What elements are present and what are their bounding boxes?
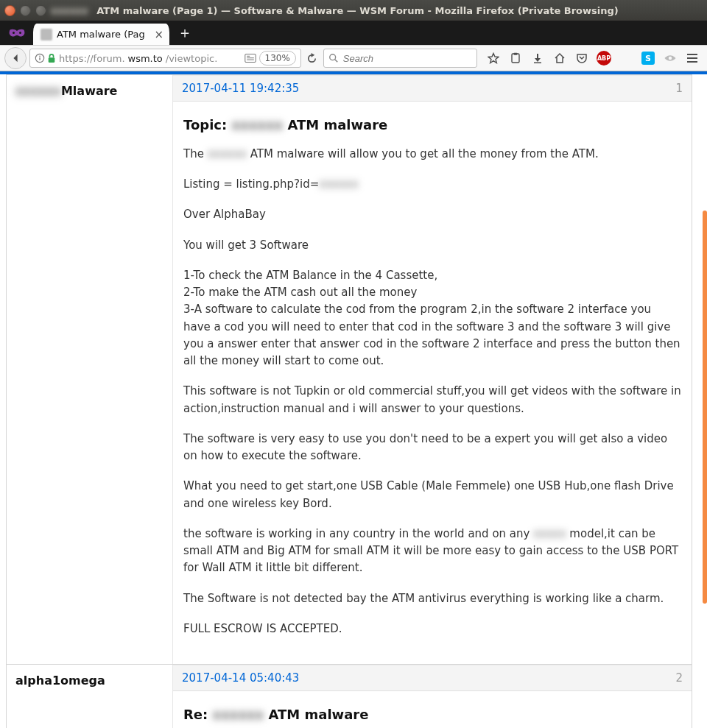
post-line: 2-To make the ATM cash out all the money xyxy=(183,284,681,301)
post-topic-title: Re: xxxxxx ATM malware xyxy=(183,704,681,725)
home-button[interactable] xyxy=(549,48,570,68)
svg-point-0 xyxy=(13,32,15,34)
svg-rect-17 xyxy=(687,61,697,63)
search-bar[interactable] xyxy=(323,49,477,68)
url-path: /viewtopic. xyxy=(166,53,218,64)
post-header: 2017-04-14 05:40:43 2 xyxy=(173,665,692,691)
author-redacted: xxxxxx xyxy=(15,84,61,98)
library-button[interactable] xyxy=(505,48,526,68)
post-author-panel: xxxxxxMlaware xyxy=(7,75,173,664)
svg-rect-13 xyxy=(514,53,518,55)
reload-icon xyxy=(306,53,317,64)
hamburger-icon xyxy=(686,53,698,63)
post-line: 1-To check the ATM Balance in the 4 Cass… xyxy=(183,267,681,284)
skype-badge: S xyxy=(641,52,655,65)
lock-icon xyxy=(47,53,56,63)
browser-tab[interactable]: ATM malware (Pag × xyxy=(33,24,169,45)
site-identity[interactable] xyxy=(35,53,56,63)
extension-slot-1[interactable] xyxy=(616,48,636,68)
zoom-indicator[interactable]: 130% xyxy=(259,51,296,66)
topic-label: Topic: xyxy=(183,117,227,132)
star-icon xyxy=(488,52,499,64)
post-paragraph: Listing = listing.php?id=xxxxxx xyxy=(183,176,681,193)
post-number: 1 xyxy=(675,82,683,95)
downloads-button[interactable] xyxy=(527,48,548,68)
post-timestamp[interactable]: 2017-04-11 19:42:35 xyxy=(182,82,299,95)
menu-button[interactable] xyxy=(682,48,703,68)
post-number: 2 xyxy=(675,671,683,685)
svg-rect-3 xyxy=(39,57,40,60)
post-paragraph: What you need to get start,one USB Cable… xyxy=(183,478,681,512)
post-paragraph: Over AlphaBay xyxy=(183,206,681,223)
svg-rect-14 xyxy=(534,63,541,64)
svg-point-1 xyxy=(19,32,21,34)
svg-point-10 xyxy=(330,54,336,60)
tab-title: ATM malware (Pag xyxy=(57,29,150,40)
new-tab-button[interactable]: ＋ xyxy=(174,21,196,45)
reader-mode-icon[interactable] xyxy=(245,53,256,63)
post-line: 3-A software to calculate the cod from t… xyxy=(183,301,681,370)
post-body: Topic: xxxxxx ATM malware The xxxxxx ATM… xyxy=(173,102,692,664)
search-input[interactable] xyxy=(343,53,472,64)
window-minimize-button[interactable] xyxy=(20,5,31,16)
post-body: Re: xxxxxx ATM malware bro i wanna get i… xyxy=(173,691,692,728)
svg-rect-9 xyxy=(247,60,254,60)
topic-redacted: xxxxxx xyxy=(213,707,264,722)
url-prefix: https://forum. xyxy=(59,53,125,64)
window-title-redacted: xxxxxx xyxy=(51,5,88,16)
download-icon xyxy=(532,52,544,64)
post-header: 2017-04-11 19:42:35 1 xyxy=(173,75,692,102)
svg-rect-16 xyxy=(687,57,697,59)
private-browsing-indicator xyxy=(0,21,33,45)
svg-rect-15 xyxy=(687,54,697,55)
page-content: xxxxxxMlaware 2017-04-11 19:42:35 1 Topi… xyxy=(0,71,707,728)
tab-favicon xyxy=(41,29,52,40)
svg-line-11 xyxy=(335,60,338,63)
forum-post: xxxxxxMlaware 2017-04-11 19:42:35 1 Topi… xyxy=(6,74,692,665)
window-maximize-button[interactable] xyxy=(35,5,46,16)
topic-redacted: xxxxxx xyxy=(231,117,283,132)
svg-rect-4 xyxy=(39,56,40,57)
tab-close-button[interactable]: × xyxy=(154,28,163,41)
arrow-left-icon xyxy=(10,53,21,63)
post-author-panel: alpha1omega xyxy=(7,665,173,728)
reload-button[interactable] xyxy=(304,53,320,64)
post-author: alpha1omega xyxy=(15,674,105,688)
back-button[interactable] xyxy=(4,47,27,69)
forum-post: alpha1omega 2017-04-14 05:40:43 2 Re: xx… xyxy=(6,665,692,728)
svg-rect-5 xyxy=(49,57,55,63)
browser-tabstrip: ATM malware (Pag × ＋ xyxy=(0,21,707,45)
post-timestamp[interactable]: 2017-04-14 05:40:43 xyxy=(182,671,299,685)
topic-label: Re: xyxy=(183,707,208,722)
text-redacted: xxxxx xyxy=(533,527,566,540)
post-author: Mlaware xyxy=(61,84,118,98)
skype-button[interactable]: S xyxy=(638,48,658,68)
window-title: ATM malware (Page 1) — Software & Malwar… xyxy=(96,5,618,16)
adblock-button[interactable]: ABP xyxy=(594,48,614,68)
post-paragraph: FULL ESCROW IS ACCEPTED. xyxy=(183,621,681,637)
post-paragraph: This software is not Tupkin or old comme… xyxy=(183,383,681,417)
text-redacted: xxxxxx xyxy=(319,177,358,191)
window-close-button[interactable] xyxy=(4,5,15,16)
url-bar[interactable]: https://forum.wsm.to/viewtopic. 130% xyxy=(29,49,301,68)
pocket-button[interactable] xyxy=(571,48,592,68)
post-paragraph: The xxxxxx ATM malware will allow you to… xyxy=(183,146,681,163)
post-paragraph: You will get 3 Software xyxy=(183,237,681,254)
scroll-indicator[interactable] xyxy=(703,211,707,604)
info-icon xyxy=(35,53,45,63)
home-icon xyxy=(554,52,566,64)
extension-slot-2[interactable] xyxy=(660,48,680,68)
svg-rect-12 xyxy=(512,54,519,63)
url-host: wsm.to xyxy=(128,53,163,64)
post-topic-title: Topic: xxxxxx ATM malware xyxy=(183,115,681,135)
bookmark-star-button[interactable] xyxy=(483,48,504,68)
text-redacted: xxxxxx xyxy=(208,147,247,160)
post-paragraph: the software is working in any country i… xyxy=(183,526,681,577)
svg-rect-7 xyxy=(247,56,250,57)
browser-navbar: https://forum.wsm.to/viewtopic. 130% ABP xyxy=(0,45,707,71)
window-titlebar: xxxxxx ATM malware (Page 1) — Software &… xyxy=(0,0,707,21)
search-icon xyxy=(328,53,339,63)
clipboard-icon xyxy=(510,52,521,64)
svg-rect-8 xyxy=(247,57,254,58)
post-paragraph: The Software is not detected bay the ATM… xyxy=(183,590,681,607)
